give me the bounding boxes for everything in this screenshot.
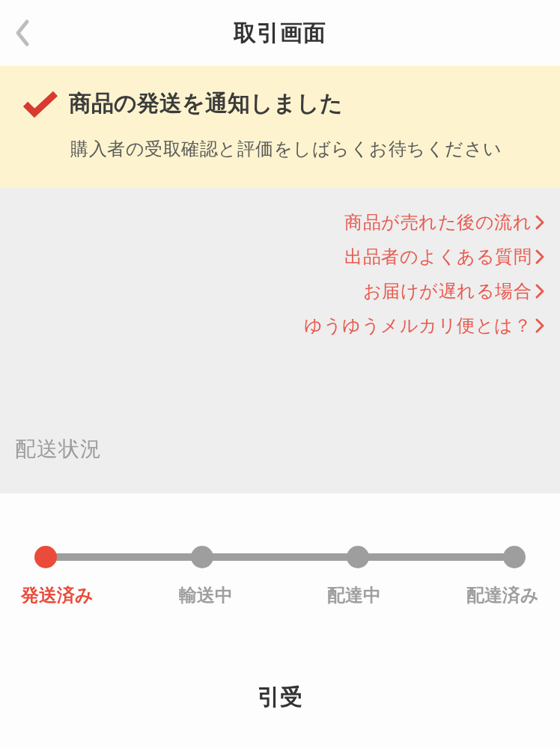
chevron-left-icon	[13, 19, 30, 47]
help-links: 商品が売れた後の流れ 出品者のよくある質問 お届けが遅れる場合 ゆうゆうメルカリ…	[15, 210, 545, 338]
help-link-yuyu[interactable]: ゆうゆうメルカリ便とは？	[304, 314, 545, 338]
chevron-right-icon	[535, 283, 545, 299]
notification-banner: 商品の発送を通知しました 購入者の受取確認と評価をしばらくお待ちください	[0, 66, 560, 188]
footer-title: 引受	[34, 682, 526, 713]
back-button[interactable]	[13, 19, 30, 47]
progress-dot-shipped	[34, 546, 57, 568]
progress-dot-delivering	[347, 546, 369, 568]
header: 取引画面	[0, 0, 560, 66]
progress-label-delivered: 配達済み	[458, 583, 548, 607]
help-link-late[interactable]: お届けが遅れる場合	[363, 279, 546, 303]
progress-label-shipped: 発送済み	[12, 583, 102, 607]
progress-dot-delivered	[503, 546, 526, 568]
chevron-right-icon	[535, 317, 545, 334]
progress-dot-transit	[191, 546, 213, 568]
help-section: 商品が売れた後の流れ 出品者のよくある質問 お届けが遅れる場合 ゆうゆうメルカリ…	[0, 188, 560, 493]
page-title: 取引画面	[0, 18, 560, 49]
progress-label-transit: 輸送中	[161, 583, 251, 607]
banner-subtitle: 購入者の受取確認と評価をしばらくお待ちください	[22, 137, 542, 161]
help-link-label: ゆうゆうメルカリ便とは？	[304, 314, 532, 338]
chevron-right-icon	[535, 249, 545, 265]
help-link-faq[interactable]: 出品者のよくある質問	[344, 245, 545, 269]
progress-section: 発送済み 輸送中 配達中 配達済み 引受	[0, 493, 560, 743]
checkmark-icon	[22, 89, 58, 119]
help-link-label: お届けが遅れる場合	[363, 279, 532, 303]
help-link-label: 出品者のよくある質問	[344, 245, 532, 269]
section-label: 配送状況	[15, 435, 545, 463]
help-link-flow[interactable]: 商品が売れた後の流れ	[344, 210, 545, 234]
help-link-label: 商品が売れた後の流れ	[344, 210, 532, 234]
progress-track	[34, 546, 526, 568]
banner-title: 商品の発送を通知しました	[69, 88, 343, 119]
progress-label-delivering: 配達中	[309, 583, 399, 607]
chevron-right-icon	[535, 214, 545, 231]
